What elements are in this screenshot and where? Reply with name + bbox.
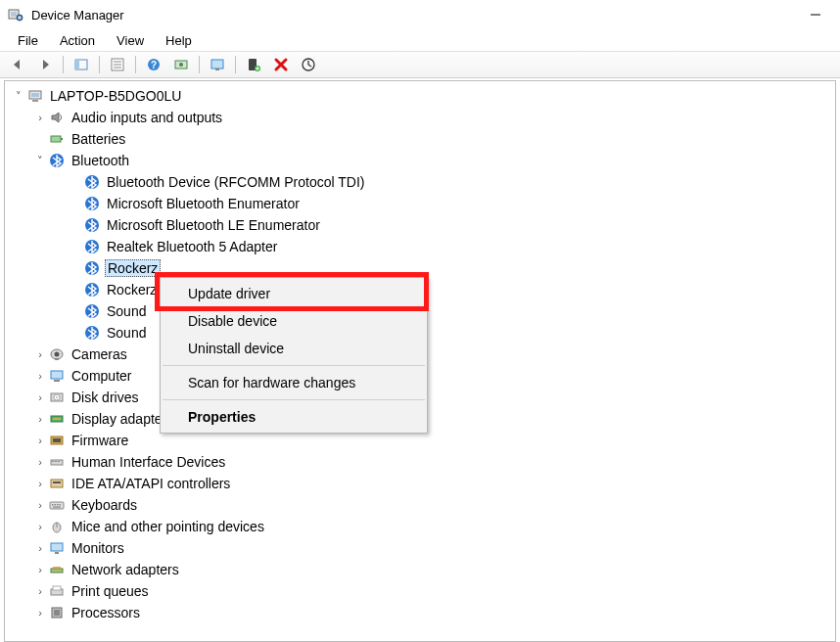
add-legacy-hardware-button[interactable]: [242, 53, 265, 76]
ctx-separator: [163, 399, 425, 400]
tree-category-proc[interactable]: ›Processors: [5, 602, 835, 623]
tree-item-label: Realtek Bluetooth 5 Adapter: [105, 239, 279, 254]
bt-icon: [83, 259, 101, 277]
svg-rect-1: [11, 12, 17, 17]
tree-item-label: Rockerz: [105, 282, 159, 298]
back-button[interactable]: [6, 53, 29, 76]
ctx-scan-hardware[interactable]: Scan for hardware changes: [161, 369, 427, 396]
tree-item-label: Cameras: [70, 346, 129, 362]
menu-view[interactable]: View: [107, 31, 154, 50]
expand-toggle[interactable]: ›: [32, 456, 48, 468]
help-button[interactable]: ?: [142, 53, 165, 76]
scan-hardware-button[interactable]: [169, 53, 193, 76]
net-icon: [48, 561, 66, 578]
tree-category-mon[interactable]: ›Monitors: [5, 537, 835, 559]
tree-device-bt-3[interactable]: Realtek Bluetooth 5 Adapter: [5, 236, 835, 257]
tree-item-label: IDE ATA/ATAPI controllers: [70, 476, 232, 491]
bt-icon: [83, 216, 101, 234]
batt-icon: [48, 130, 66, 148]
tree-device-bt-4[interactable]: Rockerz: [5, 257, 835, 279]
expand-toggle[interactable]: ˅: [32, 155, 48, 167]
svg-point-40: [56, 396, 58, 398]
show-hidden-devices-button[interactable]: [206, 53, 229, 76]
expand-toggle[interactable]: ›: [32, 564, 48, 575]
tree-category-net[interactable]: ›Network adapters: [5, 559, 835, 580]
svg-rect-50: [53, 482, 61, 483]
svg-point-34: [55, 352, 60, 357]
bt-icon: [83, 173, 101, 191]
menu-help[interactable]: Help: [156, 31, 202, 50]
tree-item-label: Sound: [105, 325, 148, 341]
ctx-properties[interactable]: Properties: [161, 403, 427, 431]
disk-icon: [48, 389, 66, 406]
tree-category-bt[interactable]: ˅Bluetooth: [5, 150, 835, 171]
properties-button[interactable]: [106, 53, 129, 76]
tree-item-label: Bluetooth: [70, 153, 131, 168]
bt-icon: [48, 152, 66, 169]
printq-icon: [48, 582, 66, 600]
expand-toggle[interactable]: ˅: [11, 90, 26, 103]
tree-category-batt[interactable]: Batteries: [5, 128, 835, 150]
tree-item-label: Processors: [70, 605, 142, 620]
tree-item-label: Microsoft Bluetooth Enumerator: [105, 196, 302, 211]
expand-toggle[interactable]: ›: [32, 478, 48, 489]
bt-icon: [83, 238, 101, 255]
expand-toggle[interactable]: ›: [32, 413, 48, 425]
tree-item-label: Microsoft Bluetooth LE Enumerator: [105, 217, 322, 233]
svg-rect-48: [58, 461, 60, 462]
device-manager-icon: [8, 7, 23, 23]
tree-category-mouse[interactable]: ›Mice and other pointing devices: [5, 516, 835, 537]
tree-device-bt-1[interactable]: Microsoft Bluetooth Enumerator: [5, 193, 835, 214]
svg-rect-61: [51, 569, 63, 573]
expand-toggle[interactable]: ›: [32, 499, 48, 511]
tree-category-printq[interactable]: ›Print queues: [5, 580, 835, 602]
audio-icon: [48, 109, 66, 126]
svg-rect-23: [61, 138, 63, 140]
proc-icon: [48, 604, 66, 621]
tree-item-label: Firmware: [70, 433, 130, 448]
svg-rect-66: [54, 610, 60, 616]
expand-toggle[interactable]: ›: [32, 521, 48, 532]
ctx-separator: [163, 365, 425, 366]
tree-device-bt-2[interactable]: Microsoft Bluetooth LE Enumerator: [5, 214, 835, 236]
expand-toggle[interactable]: ›: [32, 348, 48, 360]
expand-toggle[interactable]: ›: [32, 112, 48, 123]
minimize-button[interactable]: [797, 0, 834, 29]
svg-rect-64: [53, 586, 61, 590]
comp-icon: [48, 367, 66, 385]
svg-rect-15: [215, 69, 219, 70]
update-driver-button[interactable]: [297, 53, 320, 76]
toolbar-separator: [135, 56, 136, 73]
tree-item-label: Computer: [70, 368, 133, 384]
menu-action[interactable]: Action: [50, 31, 105, 50]
svg-rect-56: [53, 507, 61, 508]
expand-toggle[interactable]: ›: [32, 585, 48, 597]
expand-toggle[interactable]: ›: [32, 607, 48, 619]
ctx-disable-device[interactable]: Disable device: [161, 307, 427, 335]
svg-rect-20: [31, 93, 39, 97]
svg-rect-36: [51, 371, 63, 379]
expand-toggle[interactable]: ›: [32, 435, 48, 446]
svg-rect-52: [52, 504, 54, 506]
forward-button[interactable]: [33, 53, 57, 76]
tree-category-ide[interactable]: ›IDE ATA/ATAPI controllers: [5, 473, 835, 494]
ctx-uninstall-device[interactable]: Uninstall device: [161, 335, 427, 362]
expand-toggle[interactable]: ›: [32, 391, 48, 403]
tree-category-kbd[interactable]: ›Keyboards: [5, 494, 835, 516]
svg-rect-54: [57, 504, 59, 506]
tree-root[interactable]: ˅LAPTOP-B5DGO0LU: [5, 85, 835, 107]
show-hide-tree-button[interactable]: [70, 53, 93, 76]
tree-item-label: Rockerz: [105, 259, 161, 277]
menu-file[interactable]: File: [8, 31, 48, 50]
ctx-update-driver[interactable]: Update driver: [161, 280, 427, 307]
expand-toggle[interactable]: ›: [32, 542, 48, 554]
toolbar: ?: [0, 51, 840, 78]
tree-device-bt-0[interactable]: Bluetooth Device (RFCOMM Protocol TDI): [5, 171, 835, 193]
svg-rect-59: [51, 543, 63, 551]
tree-category-hid[interactable]: ›Human Interface Devices: [5, 451, 835, 473]
tree-category-audio[interactable]: ›Audio inputs and outputs: [5, 107, 835, 128]
uninstall-button[interactable]: [269, 53, 293, 76]
expand-toggle[interactable]: ›: [32, 370, 48, 382]
tree-item-label: Batteries: [70, 131, 127, 147]
disp-icon: [48, 410, 66, 428]
